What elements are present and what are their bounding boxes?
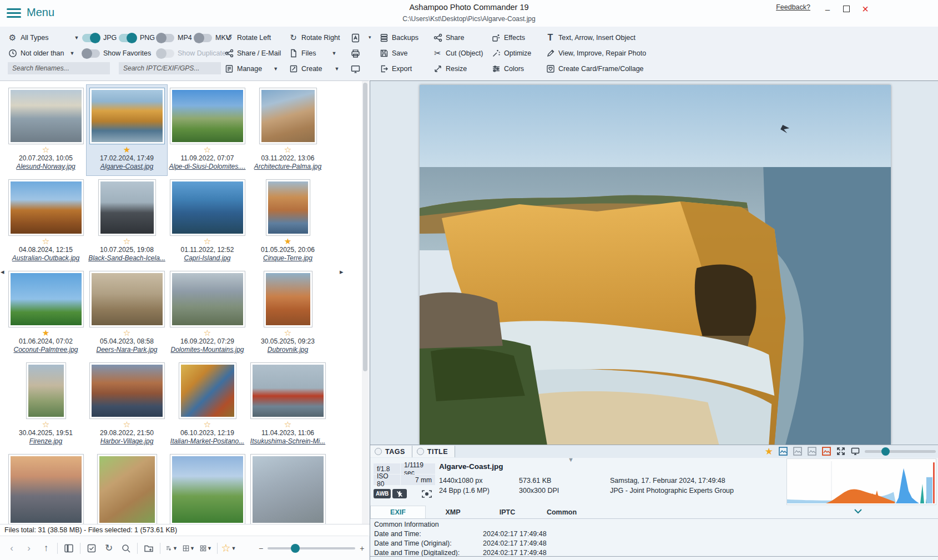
collapse-panel-chevron-icon[interactable]: ▼ — [568, 456, 574, 463]
thumbnail-image[interactable] — [260, 88, 316, 144]
tab-title[interactable]: TITLE — [412, 446, 455, 457]
thumbnail-filename[interactable]: Alpe-di-Siusi-Dolomites.... — [167, 163, 248, 170]
thumbnail-cell[interactable]: ☆ 06.10.2023, 12:19 Italian-Market-Posit… — [167, 360, 248, 450]
search-filenames-input[interactable] — [8, 62, 110, 74]
thumbnail-image[interactable] — [266, 180, 310, 235]
thumbnail-image[interactable] — [99, 180, 155, 235]
thumbnail-cell[interactable] — [6, 451, 86, 534]
thumbnail-filename[interactable]: Australian-Outback.jpg — [6, 254, 86, 262]
mp4-toggle[interactable]: MP4 — [157, 31, 192, 44]
rotate-right-button[interactable]: ↻ Rotate Right — [289, 31, 340, 44]
tab-xmp[interactable]: XMP — [426, 506, 480, 518]
expand-panel-arrow[interactable]: ▸ — [340, 268, 344, 276]
thumbnail-cell[interactable]: ☆ 04.08.2024, 12:15 Australian-Outback.j… — [6, 176, 86, 267]
thumbnail-filename[interactable]: Cinque-Terre.jpg — [248, 254, 328, 262]
thumbnail-image[interactable] — [170, 88, 245, 144]
text-arrow-insert-button[interactable]: T Text, Arrow, Insert Object — [546, 31, 636, 44]
thumbnail-cell[interactable]: ☆ 01.11.2022, 12:52 Capri-Island.jpg — [167, 176, 248, 267]
maximize-button[interactable] — [839, 2, 854, 16]
thumbnail-filename[interactable]: Harbor-Village.jpg — [87, 437, 167, 445]
thumbnail-image[interactable] — [179, 363, 236, 418]
favorite-star-icon[interactable]: ★ — [248, 237, 328, 245]
thumbnail-cell[interactable]: ☆ 11.09.2022, 07:07 Alpe-di-Siusi-Dolomi… — [167, 85, 248, 175]
export-button[interactable]: Export — [379, 62, 412, 75]
thumbnail-cell[interactable]: ☆ 03.11.2022, 13:06 Architecture-Palma.j… — [248, 85, 328, 175]
up-button[interactable]: ↑ — [40, 542, 52, 554]
favorite-star-icon[interactable]: ☆ — [87, 420, 167, 428]
sort-button[interactable]: ▼ — [165, 542, 178, 554]
favorite-star-icon[interactable]: ☆ — [87, 329, 167, 337]
share-email-button[interactable]: Share / E-Mail — [224, 47, 281, 60]
thumbnail-image[interactable] — [264, 271, 312, 327]
thumbnail-cell[interactable] — [87, 451, 167, 534]
thumbnail-zoom-slider[interactable]: − + — [259, 544, 364, 553]
view-grid-button[interactable]: ▼ — [183, 542, 195, 554]
back-button[interactable]: ‹ — [6, 542, 18, 554]
preview-zoom-knob[interactable] — [881, 447, 890, 456]
tab-tags[interactable]: TAGS — [370, 446, 412, 457]
thumbnail-image[interactable] — [9, 271, 83, 327]
favorite-star-icon[interactable]: ☆ — [248, 329, 328, 337]
feedback-link[interactable]: Feedback? — [776, 3, 810, 11]
all-types-dropdown[interactable]: ⚙ All Types ▼ — [8, 31, 79, 44]
thumbnail-filename[interactable]: Capri-Island.jpg — [167, 254, 248, 262]
thumbnail-image[interactable] — [9, 180, 83, 235]
png-toggle[interactable]: PNG — [119, 31, 155, 44]
expand-metadata-chevron-icon[interactable] — [854, 507, 863, 517]
thumbnail-image[interactable] — [251, 455, 325, 524]
magnifier-icon[interactable] — [120, 542, 132, 554]
collapse-left-panel-arrow[interactable]: ◂ — [1, 268, 4, 276]
thumbnail-size-button[interactable]: ▼ — [200, 542, 212, 554]
favorite-star-icon[interactable]: ☆ — [167, 420, 248, 428]
new-folder-button[interactable] — [143, 542, 155, 554]
thumbnail-image[interactable] — [9, 88, 83, 144]
rotate-left-button[interactable]: ↺ Rotate Left — [224, 31, 271, 44]
minimize-button[interactable]: – — [820, 2, 835, 16]
save-button[interactable]: Save — [379, 47, 408, 60]
forward-button[interactable]: › — [23, 542, 35, 554]
manage-dropdown[interactable]: Manage ▼ — [224, 62, 278, 75]
thumbnail-filename[interactable]: Black-Sand-Beach-Icela... — [87, 254, 167, 262]
thumbnail-cell[interactable]: ☆ 10.07.2025, 19:08 Black-Sand-Beach-Ice… — [87, 176, 167, 267]
share-button[interactable]: Share — [433, 31, 464, 44]
favorite-star-icon[interactable]: ☆ — [167, 329, 248, 337]
checkbox-mode-button[interactable] — [85, 542, 98, 554]
optimize-button[interactable]: Optimize — [491, 47, 531, 60]
create-dropdown[interactable]: Create ▼ — [289, 62, 339, 75]
favorite-star-icon[interactable]: ★ — [87, 145, 167, 154]
not-older-than-dropdown[interactable]: Not older than ▼ — [8, 47, 74, 60]
thumbnail-cell[interactable]: ★ 01.06.2024, 07:02 Coconut-Palmtree.jpg — [6, 268, 86, 359]
thumbnail-cell[interactable]: ☆ 30.05.2025, 09:23 Dubrovnik.jpg — [248, 268, 328, 359]
favorite-star-icon[interactable]: ★ — [765, 447, 773, 456]
favorite-star-icon[interactable]: ☆ — [167, 237, 248, 245]
zoom-slider-knob[interactable] — [291, 544, 300, 553]
files-dropdown[interactable]: Files ▼ — [289, 47, 336, 60]
thumbnail-cell[interactable] — [167, 451, 248, 534]
view-improve-repair-button[interactable]: View, Improve, Repair Photo — [546, 47, 646, 60]
favorite-star-icon[interactable]: ☆ — [167, 145, 248, 154]
panel-layout-button[interactable] — [63, 542, 75, 554]
photo-view-mode-3-icon[interactable] — [807, 447, 816, 456]
jpg-toggle[interactable]: JPG — [82, 31, 117, 44]
favorite-star-icon[interactable]: ☆ — [248, 420, 328, 428]
grid-scrollbar[interactable] — [362, 81, 369, 534]
tab-exif[interactable]: EXIF — [370, 506, 426, 518]
thumbnail-filename[interactable]: Itsukushima-Schrein-Mi... — [248, 437, 328, 445]
thumbnail-image[interactable] — [170, 455, 245, 524]
zoom-in-icon[interactable]: + — [360, 544, 364, 553]
close-button[interactable]: × — [858, 2, 873, 16]
favorite-star-icon[interactable]: ☆ — [6, 420, 86, 428]
create-card-frame-collage-button[interactable]: Create Card/Frame/Collage — [546, 62, 644, 75]
thumbnail-cell[interactable]: ☆ 05.04.2023, 08:58 Deers-Nara-Park.jpg — [87, 268, 167, 359]
effects-button[interactable]: Effects — [491, 31, 525, 44]
photo-view-mode-2-icon[interactable] — [793, 447, 802, 456]
favorite-star-icon[interactable]: ☆ — [87, 237, 167, 245]
thumbnail-cell[interactable]: ☆ 30.04.2025, 19:51 Firenze.jpg — [6, 360, 86, 450]
tab-iptc[interactable]: IPTC — [480, 506, 534, 518]
favorites-filter-button[interactable]: ☆▼ — [223, 542, 235, 554]
thumbnail-image[interactable] — [98, 455, 157, 524]
thumbnail-cell[interactable]: ☆ 16.09.2022, 07:29 Dolomites-Mountains.… — [167, 268, 248, 359]
monitor-icon[interactable] — [850, 447, 860, 456]
thumbnail-image[interactable] — [90, 363, 164, 418]
thumbnail-filename[interactable]: Italian-Market-Positano... — [167, 437, 248, 445]
